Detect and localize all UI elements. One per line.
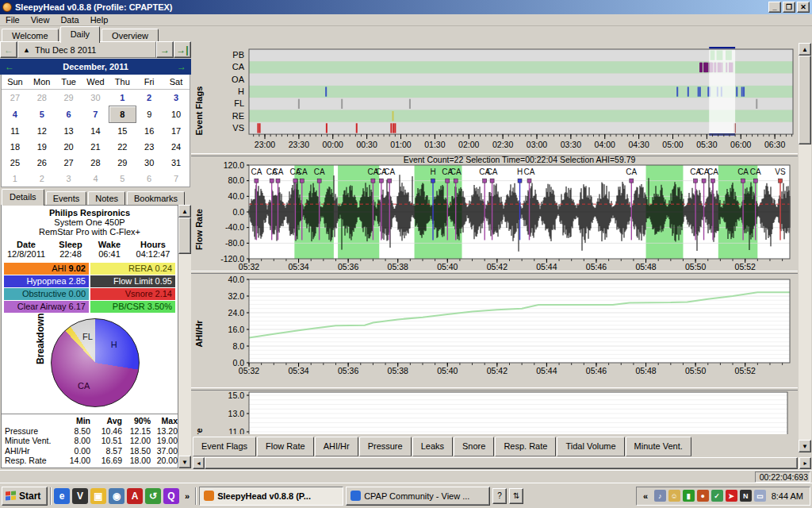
calendar-day-cell[interactable]: 7 bbox=[82, 106, 109, 122]
folder-icon[interactable]: ▣ bbox=[90, 488, 106, 504]
chart-tab-snore[interactable]: Snore bbox=[454, 437, 494, 456]
messenger-icon[interactable]: Q bbox=[163, 488, 179, 504]
adobe-reader-icon[interactable]: A bbox=[127, 488, 143, 504]
calendar-day-cell[interactable]: 20 bbox=[56, 140, 82, 156]
calendar-day-cell[interactable]: 24 bbox=[163, 140, 190, 156]
flow-rate-chart[interactable]: Event Count=22 Selection Time=00:22:04 S… bbox=[191, 156, 798, 271]
calendar-day-cell[interactable]: 12 bbox=[29, 123, 56, 140]
calendar-day-cell[interactable]: 2 bbox=[136, 89, 163, 106]
calendar-day-cell[interactable]: 26 bbox=[29, 155, 56, 171]
menu-item-file[interactable]: File bbox=[0, 14, 25, 25]
chart-tab-resp-rate[interactable]: Resp. Rate bbox=[495, 437, 556, 456]
chart-tab-flow-rate[interactable]: Flow Rate bbox=[257, 437, 314, 456]
vnc-icon[interactable]: V bbox=[72, 488, 88, 504]
calendar-day-cell[interactable]: 11 bbox=[2, 123, 29, 140]
title-bar[interactable]: SleepyHead v0.8.8 (Profile: CPAPTEX) _ ❐… bbox=[0, 0, 812, 14]
media-player-icon[interactable]: ◉ bbox=[109, 488, 124, 504]
event-flags-chart[interactable]: Event FlagsPBCAOAHFLREVS23:0023:3000:000… bbox=[191, 43, 798, 153]
calendar-day-cell[interactable]: 19 bbox=[29, 140, 56, 156]
calendar-prev-icon[interactable]: ← bbox=[0, 61, 19, 72]
display-icon[interactable]: ▭ bbox=[754, 490, 766, 502]
calendar-day-cell[interactable]: 23 bbox=[136, 140, 163, 156]
calendar-day-cell[interactable]: 1 bbox=[2, 171, 29, 187]
user-icon[interactable]: ☺ bbox=[668, 490, 680, 502]
calendar-day-cell[interactable]: 30 bbox=[136, 155, 163, 171]
calendar-day-cell[interactable]: 4 bbox=[82, 171, 109, 187]
tab-daily[interactable]: Daily bbox=[60, 26, 100, 43]
hide-chevron[interactable]: « bbox=[640, 490, 652, 502]
calendar-day-cell[interactable]: 18 bbox=[2, 140, 29, 156]
svg-text:15.0: 15.0 bbox=[228, 391, 245, 400]
latest-day-button[interactable]: →| bbox=[174, 41, 191, 58]
side-tab-bookmarks[interactable]: Bookmarks bbox=[127, 191, 185, 206]
calendar-day-cell[interactable]: 31 bbox=[163, 155, 190, 171]
calendar-day-cell[interactable]: 3 bbox=[163, 89, 190, 106]
calendar-day-cell[interactable]: 7 bbox=[163, 171, 190, 187]
signal-bars-icon[interactable]: ▮ bbox=[683, 490, 695, 502]
calendar-day-cell[interactable]: 15 bbox=[109, 123, 136, 140]
calendar-day-cell[interactable]: 27 bbox=[56, 155, 82, 171]
volume-icon[interactable]: ♪ bbox=[654, 490, 666, 502]
side-tab-events[interactable]: Events bbox=[46, 191, 87, 206]
calendar-day-cell[interactable]: 17 bbox=[163, 123, 190, 140]
menu-item-help[interactable]: Help bbox=[85, 14, 114, 25]
prev-day-button[interactable]: ← bbox=[0, 41, 17, 58]
calendar-day-cell[interactable]: 10 bbox=[163, 106, 190, 122]
calendar-day-cell[interactable]: 1 bbox=[109, 89, 136, 106]
norton-icon[interactable]: N bbox=[740, 490, 752, 502]
updown-tray-button[interactable]: ⇅ bbox=[509, 488, 523, 504]
help-tray-button[interactable]: ? bbox=[492, 488, 507, 504]
chart-tab-pressure[interactable]: Pressure bbox=[359, 437, 412, 456]
menu-item-view[interactable]: View bbox=[25, 14, 56, 25]
quick-launch-overflow-chevron[interactable]: » bbox=[182, 491, 193, 501]
calendar-day-cell[interactable]: 3 bbox=[56, 171, 82, 187]
calendar-day-cell[interactable]: 30 bbox=[82, 89, 109, 106]
close-button[interactable]: ✕ bbox=[797, 2, 810, 13]
calendar-day-cell[interactable]: 28 bbox=[29, 89, 56, 106]
calendar-day-cell[interactable]: 5 bbox=[109, 171, 136, 187]
shield-icon[interactable]: ● bbox=[697, 490, 709, 502]
calendar-day-cell[interactable]: 14 bbox=[82, 123, 109, 140]
task-window-button[interactable]: SleepyHead v0.8.8 (P... bbox=[199, 487, 343, 506]
minimize-button[interactable]: _ bbox=[768, 2, 781, 13]
calendar-day-cell[interactable]: 2 bbox=[29, 171, 56, 187]
calendar-day-cell[interactable]: 29 bbox=[109, 155, 136, 171]
calendar-day-cell[interactable]: 21 bbox=[82, 140, 109, 156]
side-tab-notes[interactable]: Notes bbox=[88, 191, 125, 206]
start-button[interactable]: Start bbox=[2, 487, 48, 506]
calendar-day-cell[interactable]: 6 bbox=[56, 106, 82, 122]
chart-tab-tidal-volume[interactable]: Tidal Volume bbox=[557, 437, 624, 456]
sync-icon[interactable]: ↺ bbox=[145, 488, 161, 504]
chart-tab-ahi-hr[interactable]: AHI/Hr bbox=[315, 437, 358, 456]
next-day-button[interactable]: → bbox=[156, 41, 174, 58]
chart-tab-event-flags[interactable]: Event Flags bbox=[193, 437, 256, 456]
calendar-day-cell[interactable]: 25 bbox=[2, 155, 29, 171]
menu-item-data[interactable]: Data bbox=[55, 14, 84, 25]
calendar-day-cell[interactable]: 5 bbox=[29, 106, 56, 122]
ie-icon[interactable]: e bbox=[54, 488, 70, 504]
svg-text:RE: RE bbox=[232, 111, 244, 121]
calendar-day-header: Sat bbox=[163, 75, 190, 89]
restore-button[interactable]: ❐ bbox=[783, 2, 795, 13]
chart-tab-minute-vent-[interactable]: Minute Vent. bbox=[626, 437, 691, 456]
calendar-day-cell[interactable]: 16 bbox=[136, 123, 163, 140]
scheduler-icon[interactable]: ✓ bbox=[711, 490, 723, 502]
calendar-day-cell[interactable]: 6 bbox=[136, 171, 163, 187]
calendar-day-cell[interactable]: 22 bbox=[109, 140, 136, 156]
calendar-day-cell[interactable]: 28 bbox=[82, 155, 109, 171]
calendar-next-icon[interactable]: → bbox=[172, 61, 191, 72]
side-tab-details[interactable]: Details bbox=[2, 189, 44, 206]
calendar-day-cell[interactable]: 8 bbox=[109, 106, 136, 122]
task-window-button[interactable]: CPAP Community - View ... bbox=[346, 487, 490, 506]
download-arrow-icon[interactable]: ➤ bbox=[726, 490, 737, 502]
date-dropdown-button[interactable]: ▲ Thu Dec 8 2011 bbox=[17, 41, 156, 58]
calendar-day-cell[interactable]: 13 bbox=[56, 123, 82, 140]
calendar-day-cell[interactable]: 29 bbox=[56, 89, 82, 106]
chart-tab-leaks[interactable]: Leaks bbox=[412, 437, 453, 456]
calendar-day-cell[interactable]: 4 bbox=[2, 106, 29, 122]
ahi-hr-chart[interactable]: AHI/Hr40.032.024.016.08.00.005:3205:3405… bbox=[191, 273, 798, 387]
calendar-day-cell[interactable]: 27 bbox=[2, 89, 29, 106]
calendar-day-cell[interactable]: 9 bbox=[136, 106, 163, 122]
quick-launch: eV▣◉A↺Q bbox=[54, 488, 179, 504]
pressure-chart-partial[interactable]: 15.013.011.0Pressure bbox=[191, 390, 798, 434]
